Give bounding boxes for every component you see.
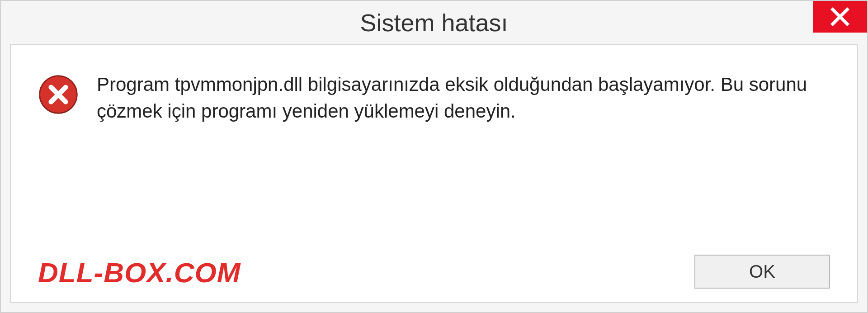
- message-row: Program tpvmmonjpn.dll bilgisayarınızda …: [38, 70, 830, 125]
- error-circle-icon: [38, 74, 79, 115]
- dialog-content: Program tpvmmonjpn.dll bilgisayarınızda …: [10, 44, 858, 303]
- close-button[interactable]: [813, 1, 867, 33]
- close-icon: [829, 6, 851, 28]
- dialog-title: Sistem hatası: [360, 9, 508, 37]
- dialog-footer: DLL-BOX.COM OK: [38, 237, 830, 289]
- title-bar: Sistem hatası: [1, 1, 867, 44]
- watermark-text: DLL-BOX.COM: [38, 256, 241, 289]
- ok-button[interactable]: OK: [694, 255, 830, 289]
- dialog-message: Program tpvmmonjpn.dll bilgisayarınızda …: [97, 70, 830, 125]
- error-dialog: Sistem hatası Program tpvmmonjpn.dll bil…: [0, 0, 868, 313]
